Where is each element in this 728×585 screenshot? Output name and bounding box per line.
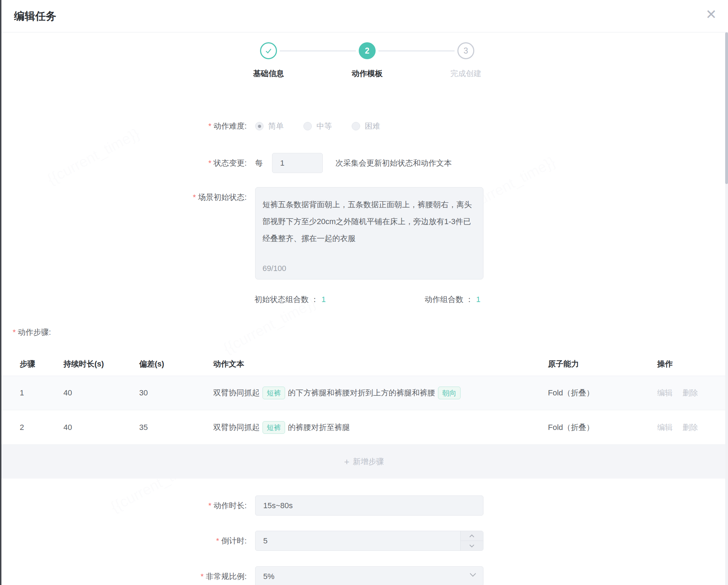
cell-deviation: 30 [139, 388, 213, 398]
chevron-down-icon [469, 572, 477, 577]
action-combo-value: 1 [476, 295, 480, 304]
cell-duration: 40 [63, 423, 139, 432]
step-label-finish: 完成创建 [424, 68, 508, 79]
cell-action-text: 双臂协同抓起短裤的裤腰对折至裤腿 [213, 421, 548, 434]
cell-duration: 40 [63, 388, 139, 398]
unusual-ratio-row: *非常规比例: 5% [0, 566, 728, 585]
step-connector [280, 50, 356, 51]
dialog-title: 编辑任务 [14, 9, 56, 24]
wizard-stepper: 2 3 基础信息 动作模板 完成创建 [0, 42, 728, 88]
cell-actions: 编辑 删除 [657, 422, 728, 433]
close-icon[interactable]: ✕ [705, 8, 717, 21]
step-number: 2 [365, 46, 370, 56]
col-header-duration: 持续时长(s) [63, 359, 139, 369]
required-star: * [200, 572, 204, 581]
delete-link[interactable]: 删除 [683, 388, 698, 398]
cell-step: 1 [20, 388, 63, 398]
radio-hard[interactable]: 困难 [352, 121, 380, 131]
state-change-label: *状态变更: [0, 153, 247, 173]
table-header-row: 步骤 持续时长(s) 偏差(s) 动作文本 原子能力 操作 [0, 352, 728, 376]
dialog-header: 编辑任务 ✕ [0, 0, 728, 32]
step-number: 3 [464, 46, 468, 56]
radio-circle [352, 122, 360, 130]
cell-step: 2 [20, 423, 63, 432]
initial-combo-count: 初始状态组合数 ：1 [254, 292, 326, 307]
initial-state-row: *场景初始状态: 短裤五条数据背面朝上，五条数据正面朝上，裤腰朝右，离头部视野下… [0, 187, 728, 279]
initial-combo-value: 1 [321, 295, 326, 304]
decrement-button[interactable] [461, 541, 483, 550]
unusual-ratio-label: *非常规比例: [0, 566, 247, 585]
edit-link[interactable]: 编辑 [657, 388, 673, 398]
state-change-input[interactable]: 1 [272, 153, 323, 173]
col-header-actions: 操作 [657, 359, 728, 369]
action-steps-table: 步骤 持续时长(s) 偏差(s) 动作文本 原子能力 操作 1 40 30 双臂… [0, 352, 728, 479]
radio-easy[interactable]: 简单 [255, 121, 284, 131]
required-star: * [13, 328, 16, 337]
step-1-done-circle [260, 42, 277, 59]
cell-deviation: 35 [139, 423, 213, 432]
step-label-basic-info: 基础信息 [226, 68, 311, 79]
state-change-prefix: 每 [255, 153, 263, 173]
radio-medium[interactable]: 中等 [303, 121, 332, 131]
difficulty-label: *动作难度: [0, 119, 247, 133]
state-change-suffix: 次采集会更新初始状态和动作文本 [335, 153, 452, 173]
action-duration-label: *动作时长: [0, 495, 247, 516]
step-connector [378, 50, 455, 51]
difficulty-radio-group: 简单 中等 困难 [255, 119, 380, 133]
required-star: * [208, 122, 211, 130]
initial-state-textarea-wrap: 短裤五条数据背面朝上，五条数据正面朝上，裤腰朝右，离头部视野下方至少20cm之外… [255, 187, 483, 279]
col-header-step: 步骤 [20, 359, 63, 369]
plus-icon: + [344, 457, 349, 466]
state-change-row: *状态变更: 每 1 次采集会更新初始状态和动作文本 [0, 153, 728, 173]
difficulty-row: *动作难度: 简单 中等 困难 [0, 119, 728, 133]
table-row: 1 40 30 双臂协同抓起短裤的下方裤腿和裤腰对折到上方的裤腿和裤腰朝向 Fo… [0, 376, 728, 410]
add-step-label: 新增步骤 [353, 456, 384, 467]
chevron-up-icon [469, 534, 475, 538]
radio-circle-selected [255, 122, 264, 130]
delete-link[interactable]: 删除 [683, 422, 698, 433]
edit-link[interactable]: 编辑 [657, 422, 673, 433]
radio-circle [303, 122, 312, 130]
col-header-ability: 原子能力 [548, 359, 657, 369]
col-header-text: 动作文本 [213, 359, 548, 369]
edit-task-dialog: {{current_time}} {{current_time}} {{curr… [0, 0, 728, 585]
step-3-pending-circle: 3 [457, 42, 474, 59]
col-header-deviation: 偏差(s) [139, 359, 213, 369]
unusual-ratio-select[interactable]: 5% [255, 566, 483, 585]
add-step-button[interactable]: + 新增步骤 [0, 445, 728, 479]
required-star: * [208, 159, 211, 167]
chevron-down-icon [469, 544, 475, 548]
window-left-edge [0, 0, 1, 585]
cell-actions: 编辑 删除 [657, 388, 728, 398]
char-counter: 69/100 [263, 264, 286, 273]
table-row: 2 40 35 双臂协同抓起短裤的裤腰对折至裤腿 Fold（折叠） 编辑 删除 [0, 410, 728, 445]
countdown-label: *倒计时: [0, 531, 247, 551]
cell-ability: Fold（折叠） [548, 388, 657, 398]
countdown-input[interactable]: 5 [255, 531, 483, 551]
orientation-tag: 朝向 [438, 387, 461, 399]
cell-action-text: 双臂协同抓起短裤的下方裤腿和裤腰对折到上方的裤腿和裤腰朝向 [213, 387, 548, 399]
number-stepper [460, 531, 483, 550]
action-duration-input[interactable]: 15s~80s [255, 495, 483, 516]
check-icon [264, 47, 273, 55]
initial-state-textarea[interactable]: 短裤五条数据背面朝上，五条数据正面朝上，裤腰朝右，离头部视野下方至少20cm之外… [255, 187, 483, 279]
required-star: * [193, 193, 196, 202]
required-star: * [216, 536, 219, 545]
countdown-row: *倒计时: 5 [0, 531, 728, 551]
initial-state-label: *场景初始状态: [0, 192, 247, 203]
combo-counts-row: 初始状态组合数 ：1 动作组合数 ：1 [0, 292, 728, 307]
step-2-active-circle: 2 [359, 42, 376, 59]
increment-button[interactable] [461, 531, 483, 541]
action-duration-row: *动作时长: 15s~80s [0, 495, 728, 516]
cell-ability: Fold（折叠） [548, 422, 657, 433]
action-steps-label: *动作步骤: [13, 327, 51, 338]
step-label-action-template: 动作模板 [325, 68, 409, 79]
scrollbar-thumb[interactable] [725, 32, 728, 184]
object-tag: 短裤 [263, 387, 285, 399]
object-tag: 短裤 [263, 421, 285, 434]
required-star: * [208, 501, 211, 510]
action-combo-count: 动作组合数 ：1 [425, 292, 480, 307]
